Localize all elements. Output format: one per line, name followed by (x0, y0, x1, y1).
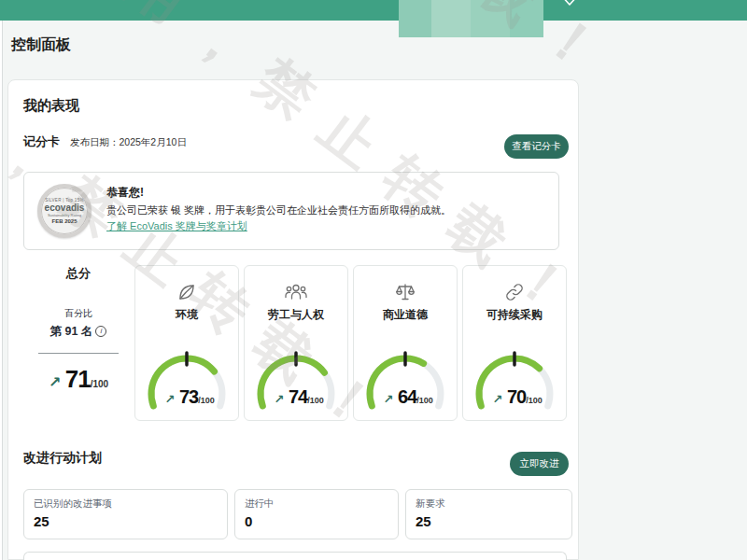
chevron-down-icon[interactable] (563, 0, 576, 7)
score-number: 73 (179, 386, 198, 407)
divider (38, 353, 119, 354)
category-card-environment: 环境 ↗ 73/100 (134, 265, 239, 421)
score-denominator: /100 (416, 396, 433, 405)
performance-title: 我的表现 (23, 97, 79, 115)
ecovadis-logo: ecovadis (45, 203, 85, 213)
category-score: ↗ 70/100 (493, 386, 543, 408)
score-number: 70 (507, 386, 526, 407)
next-section-panel (23, 552, 567, 560)
highlight-segment (431, 0, 471, 37)
category-card-ethics: 商业道德 ↗ 64/100 (353, 265, 458, 421)
link-icon (503, 281, 526, 303)
badge-date: FEB 2025 (51, 218, 77, 224)
scales-icon (394, 281, 416, 303)
stat-label: 新要求 (416, 497, 562, 511)
score-gauge: ↗ 64/100 (359, 349, 452, 413)
category-score: ↗ 74/100 (275, 386, 324, 408)
category-label: 可持续采购 (463, 307, 566, 323)
percentile-label: 百分比 (23, 307, 134, 320)
stat-value: 0 (245, 513, 388, 529)
score-denominator: /100 (526, 396, 543, 405)
stat-in-progress: 进行中 0 (234, 489, 399, 539)
stat-new-requests: 新要求 25 (405, 489, 572, 539)
scorecard-publish-date: 发布日期：2025年2月10日 (70, 136, 187, 149)
badge-subtitle: Sustainability Rating (48, 213, 81, 217)
improve-now-button[interactable]: 立即改进 (510, 452, 569, 476)
category-score: ↗ 73/100 (165, 386, 215, 408)
my-performance-card: 我的表现 记分卡 发布日期：2025年2月10日 查看记分卡 SILVER | … (7, 79, 579, 560)
score-gauge: ↗ 74/100 (249, 349, 343, 413)
score-gauge: ↗ 70/100 (468, 349, 561, 413)
score-denominator: /100 (307, 396, 324, 405)
trend-up-icon: ↗ (49, 374, 61, 390)
trend-up-icon: ↗ (165, 392, 176, 406)
category-score: ↗ 64/100 (384, 386, 433, 408)
stat-label: 已识别的改进事项 (34, 497, 218, 511)
congratulations-banner: SILVER | Top 15% ecovadis Sustainability… (23, 172, 559, 250)
improvement-plan-title: 改进行动计划 (23, 450, 102, 467)
page-title: 控制面板 (11, 35, 71, 55)
stat-label: 进行中 (245, 497, 388, 511)
score-number: 64 (398, 386, 416, 407)
scorecard-label: 记分卡 (23, 133, 60, 150)
category-cards-row: 环境 ↗ 73/100 劳工与 (134, 265, 567, 421)
ecovadis-medal-badge: SILVER | Top 15% ecovadis Sustainability… (37, 184, 92, 238)
stat-value: 25 (34, 513, 218, 529)
total-score-number: 71 (65, 365, 91, 393)
score-gauge: ↗ 73/100 (140, 349, 233, 413)
congrats-body: 贵公司已荣获 银 奖牌，用于表彰贵公司在企业社会责任方面所取得的成就。 (106, 203, 545, 217)
people-icon (284, 281, 308, 303)
trend-up-icon: ↗ (384, 392, 394, 406)
medal-program-link[interactable]: 了解 EcoVadis 奖牌与奖章计划 (106, 219, 247, 233)
topbar-highlight-blocks (399, 0, 543, 37)
stat-value: 25 (416, 513, 562, 529)
rank-text: 第 91 名 (50, 325, 93, 338)
total-score-column: 总分 百分比 第 91 名i ↗ 71/100 (23, 265, 134, 394)
category-label: 商业道德 (354, 307, 457, 323)
congrats-title: 恭喜您! (106, 185, 144, 201)
trend-up-icon: ↗ (275, 392, 285, 406)
total-score-denominator: /100 (91, 379, 108, 389)
leaf-icon (176, 281, 198, 303)
view-scorecard-button[interactable]: 查看记分卡 (504, 134, 569, 159)
category-card-labor: 劳工与人权 ↗ 74/100 (244, 265, 348, 421)
improvement-stats-row: 已识别的改进事项 25 进行中 0 新要求 25 (23, 489, 572, 539)
percentile-rank: 第 91 名i (23, 324, 134, 340)
highlight-segment (399, 0, 431, 37)
category-card-procurement: 可持续采购 ↗ 70/100 (462, 265, 567, 421)
total-score-value: ↗ 71/100 (23, 365, 134, 394)
highlight-segment (510, 0, 543, 37)
total-score-label: 总分 (23, 265, 134, 282)
score-number: 74 (289, 386, 307, 407)
category-label: 劳工与人权 (245, 307, 347, 323)
stat-identified-items: 已识别的改进事项 25 (23, 489, 228, 539)
category-label: 环境 (135, 307, 238, 323)
left-edge-panel (0, 21, 3, 560)
trend-up-icon: ↗ (493, 392, 503, 406)
info-icon[interactable]: i (95, 326, 106, 337)
top-navigation-bar (0, 0, 747, 21)
score-denominator: /100 (198, 396, 215, 405)
highlight-segment (471, 0, 510, 37)
